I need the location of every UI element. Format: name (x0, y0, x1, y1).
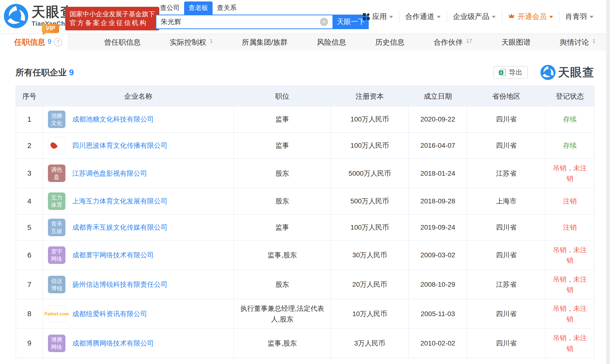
company-link[interactable]: 成都寰宇网络技术有限公司 (72, 250, 154, 260)
table-row: 8 Paibet.com 成都纽爱科资讯有限公司 执行董事兼总经理,法定代表人,… (16, 299, 594, 329)
company-logo: 互力体育 (48, 193, 66, 210)
company-logo (48, 137, 66, 154)
export-button[interactable]: X 导出 (493, 66, 528, 79)
company-link[interactable]: 四川恩波体育文化传播有限公司 (72, 140, 168, 151)
company-cell: 博腾网络 成都博腾网络技术有限公司 (42, 329, 233, 358)
table-row: 5 青禾互娱 成都青禾互娱文化传媒有限公司 监事 100万人民币 2019-09… (16, 215, 594, 241)
positions-table: 序号企业名称职位注册资本成立日期省份地区登记状态 1 池糖文化 成都池糖文化科技… (15, 86, 595, 358)
page-tab-label: 历史信息 (375, 38, 405, 46)
position-cell: 监事 (233, 133, 331, 158)
company-link[interactable]: 扬州信达博锐科技有限责任公司 (72, 279, 168, 290)
row-index: 2 (16, 133, 42, 158)
date-cell: 2018-09-28 (408, 188, 467, 214)
position-cell: 股东 (233, 188, 331, 214)
capital-cell: 100万人民币 (331, 133, 408, 158)
search-tab[interactable]: 查公司 (156, 1, 184, 14)
search-tab[interactable]: 查老板 (184, 1, 213, 14)
page-tab[interactable]: 实际控制权 1 (170, 38, 213, 47)
top-nav-label: 肖青羽 (565, 12, 587, 22)
position-cell: 监事 (233, 215, 331, 240)
page-tab-label: 实际控制权 (170, 38, 206, 46)
clear-icon[interactable]: × (320, 18, 328, 26)
top-nav-item[interactable]: 企业级产品 (447, 11, 502, 22)
vip-badge: VIP (42, 24, 59, 33)
table-row: 4 互力体育 上海互力体育文化发展有限公司 股东 500万人民币 2018-09… (16, 188, 594, 215)
date-cell: 2010-02-02 (408, 329, 467, 358)
company-logo: 信达博锐 (48, 276, 66, 293)
watermark-text: 天眼查 (558, 65, 595, 80)
company-link[interactable]: 上海互力体育文化发展有限公司 (72, 196, 168, 206)
search-tab[interactable]: 查关系 (213, 1, 241, 14)
certification-line1: 国家中小企业发展子基金旗下 (69, 10, 155, 18)
caret-down-icon (389, 16, 393, 18)
caret-down-icon (549, 16, 553, 18)
top-nav-item[interactable]: 开通会员 (502, 11, 559, 22)
province-cell: 四川省 (467, 241, 545, 270)
status-cell: 吊销，未注销 (545, 270, 594, 299)
other-tabs: 曾任职信息 实际控制权 1 所属集团/族群 风险信息 历史信息 合作伙伴 17 … (68, 34, 610, 51)
search-input[interactable]: 朱光辉 × (156, 14, 333, 29)
page-tab-count: 1 (593, 38, 596, 44)
company-logo: 池糖文化 (48, 111, 66, 128)
section-head: 所有任职企业9 X 导出 (15, 65, 595, 80)
capital-cell: 20万人民币 (331, 270, 408, 299)
page-tab[interactable]: 风险信息 (317, 38, 346, 47)
company-link[interactable]: 成都青禾互娱文化传媒有限公司 (72, 222, 168, 233)
table-row: 9 博腾网络 成都博腾网络技术有限公司 监事,股东 3万人民币 2010-02-… (16, 329, 594, 358)
page-tab-label: 风险信息 (317, 38, 346, 46)
company-link[interactable]: 江苏调色盘影视有限公司 (72, 168, 147, 179)
company-cell: 青禾互娱 成都青禾互娱文化传媒有限公司 (42, 215, 233, 240)
page-tab-label: 所属集团/族群 (242, 38, 287, 46)
position-cell: 监事,股东 (233, 241, 331, 270)
row-index: 5 (16, 215, 42, 240)
caret-down-icon (437, 16, 441, 18)
company-link[interactable]: 成都池糖文化科技有限公司 (72, 114, 154, 124)
row-index: 8 (16, 299, 42, 328)
watermark-logo: 天眼查 (541, 65, 595, 80)
page-tab-label: 舆情讨论 (560, 38, 589, 46)
company-link[interactable]: 成都纽爱科资讯有限公司 (72, 309, 147, 319)
province-cell: 江苏省 (467, 270, 545, 299)
page-tab[interactable]: 所属集团/族群 (242, 38, 287, 47)
company-logo: Paibet.com (48, 305, 66, 323)
search-row: 朱光辉 × 天眼一下 (156, 14, 370, 29)
top-nav-label: 企业级产品 (453, 12, 489, 22)
column-header: 序号 (16, 86, 42, 106)
capital-cell: 30万人民币 (331, 241, 408, 270)
page-tabs: 任职信息 9 ? 曾任职信息 实际控制权 1 所属集团/族群 风险信息 历史信息… (0, 34, 610, 51)
company-logo: 青禾互娱 (48, 219, 66, 236)
date-cell: 2016-04-07 (408, 133, 467, 158)
caret-down-icon (590, 16, 594, 18)
date-cell: 2005-11-03 (408, 299, 467, 328)
watermark-swirl-icon (541, 65, 556, 80)
date-cell: 2018-01-24 (408, 159, 467, 188)
date-cell: 2009-03-02 (408, 241, 467, 270)
position-cell: 监事,股东 (233, 329, 331, 358)
tianyancha-swirl-icon (4, 4, 28, 28)
position-cell: 股东 (233, 270, 331, 299)
company-link[interactable]: 成都博腾网络技术有限公司 (72, 338, 154, 349)
svg-text:X: X (500, 71, 502, 75)
top-nav-item[interactable]: 合作通道 (399, 11, 447, 22)
table-row: 1 池糖文化 成都池糖文化科技有限公司 监事 100万人民币 2020-09-2… (16, 106, 594, 133)
company-cell: Paibet.com 成都纽爱科资讯有限公司 (42, 299, 233, 328)
page-tab[interactable]: 曾任职信息 (104, 38, 141, 47)
position-cell: 股东 (233, 159, 331, 188)
excel-icon: X (499, 68, 506, 76)
enbo-logo-glyph (49, 141, 58, 150)
page-tab[interactable]: 天眼图谱 (501, 38, 530, 47)
table-row: 2 四川恩波体育文化传播有限公司 监事 100万人民币 2016-04-07 四… (16, 133, 594, 159)
tab-renzhixinxi-active[interactable]: 任职信息 9 ? (0, 34, 68, 51)
table-header: 序号企业名称职位注册资本成立日期省份地区登记状态 (16, 86, 594, 106)
question-icon[interactable]: ? (54, 38, 62, 46)
table-row: 7 信达博锐 扬州信达博锐科技有限责任公司 股东 20万人民币 2008-10-… (16, 270, 594, 299)
page-tab[interactable]: 历史信息 (375, 38, 405, 47)
page-tab[interactable]: 合作伙伴 17 (434, 38, 472, 47)
date-cell: 2019-09-24 (408, 215, 467, 240)
province-cell: 四川省 (467, 133, 545, 158)
scrollbar[interactable] (606, 0, 610, 364)
top-nav-item[interactable]: 肖青羽 (559, 11, 599, 22)
top-nav-item[interactable]: 应用 (357, 11, 399, 22)
search-value: 朱光辉 (161, 17, 181, 26)
page-tab[interactable]: 舆情讨论 1 (560, 38, 596, 47)
